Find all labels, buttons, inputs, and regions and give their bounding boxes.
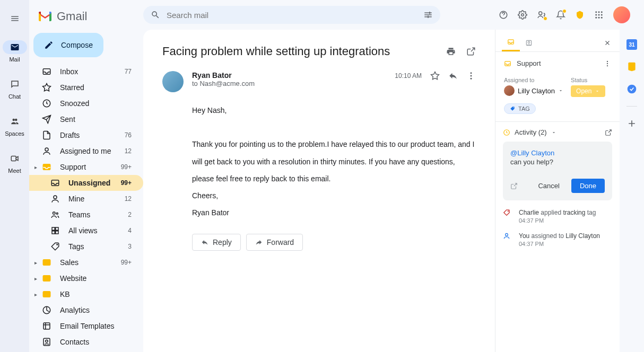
comment-text: can you help? [510,158,605,166]
activity-actor: Charlie [519,209,539,216]
keep-app-icon[interactable] [626,61,637,72]
status-value: Open [576,87,591,95]
svg-point-40 [528,41,530,43]
svg-point-35 [471,72,472,74]
nav-item-website[interactable]: ▸Website [29,270,143,286]
panel-tab-contact[interactable] [520,35,538,51]
more-icon[interactable] [466,71,476,81]
nav-item-contacts[interactable]: Contacts [29,334,143,350]
reply-icon[interactable] [448,71,458,81]
nav-item-starred[interactable]: Starred [29,80,143,95]
calendar-app-icon[interactable]: 31 [626,39,637,50]
settings-icon[interactable] [518,10,527,20]
hamburger-menu[interactable] [6,10,24,28]
status-selector[interactable]: Open [571,85,605,97]
apps-icon[interactable] [594,10,604,20]
nav-count: 12 [125,147,135,155]
nav-item-sent[interactable]: Sent [29,111,143,127]
rail-meet[interactable]: Meet [1,149,29,176]
nav-label: Contacts [60,338,135,346]
print-icon[interactable] [446,47,456,56]
panel-tab-inbox[interactable] [502,34,520,51]
nav-icon [42,83,53,92]
inbox-tab-icon [507,38,515,46]
activity-object: tracking [563,209,585,216]
rail-mail[interactable]: Mail [1,38,29,65]
shield-icon[interactable] [575,10,585,20]
panel-title: Support [517,59,598,67]
search-input[interactable] [167,11,417,20]
nav-item-inbox[interactable]: Inbox77 [29,64,143,80]
nav-icon [42,67,53,76]
svg-point-28 [601,11,603,13]
nav-icon [42,115,53,124]
nav-item-kb[interactable]: ▸KB [29,286,143,302]
nav-label: KB [60,290,135,298]
tag-label: TAG [518,105,530,112]
panel-more-icon[interactable] [604,60,611,67]
bell-icon[interactable] [556,10,565,20]
cancel-button[interactable]: Cancel [533,179,564,193]
activity-verb: assigned to [532,232,564,240]
panel-close-icon[interactable] [602,37,613,49]
people-icon[interactable] [537,10,546,20]
assignee-selector[interactable]: Lilly Clayton [504,85,563,96]
tune-icon[interactable] [423,10,433,20]
done-button[interactable]: Done [571,179,605,193]
nav-count: 4 [128,227,135,234]
left-rail: Mail Chat Spaces Meet [0,0,29,352]
account-avatar[interactable] [613,6,630,23]
help-icon[interactable] [499,10,508,20]
nav-icon [42,130,53,140]
nav-label: Sales [60,258,121,267]
nav-label: Drafts [60,131,125,139]
nav-item-sales[interactable]: ▸Sales99+ [29,254,143,270]
activity-label: Activity (2) [515,128,547,136]
star-icon[interactable] [430,71,440,81]
sender-avatar [162,71,184,92]
nav-label: Assigned to me [60,147,125,155]
person-activity-icon [503,232,510,240]
nav-item-all-views[interactable]: All views4 [29,223,143,239]
nav-item-chat-templates[interactable]: Chat Templates [29,350,143,352]
assignee-name: Lilly Clayton [518,87,555,95]
nav-item-teams[interactable]: Teams2 [29,207,143,223]
rail-spaces[interactable]: Spaces [1,112,29,139]
activity-object: Lilly Clayton [565,232,600,240]
chevron-down-icon[interactable] [551,130,556,135]
nav-icon [50,210,61,219]
nav-icon [50,226,61,235]
activity-popout-icon[interactable] [605,129,612,136]
chat-icon [10,80,20,89]
svg-point-29 [595,14,597,16]
reply-button[interactable]: Reply [192,234,241,251]
comment-popout-icon[interactable] [510,182,518,190]
tag-chip[interactable]: TAG [504,103,536,114]
nav-label: Support [60,163,121,171]
nav-item-snoozed[interactable]: Snoozed [29,95,143,111]
search-bar[interactable] [143,6,440,24]
gmail-logo[interactable]: Gmail [29,4,143,31]
compose-button[interactable]: Compose [33,33,103,57]
nav-item-tags[interactable]: Tags3 [29,239,143,254]
svg-rect-11 [52,227,55,230]
nav-item-email-templates[interactable]: Email Templates [29,318,143,334]
nav-item-drafts[interactable]: Drafts76 [29,127,143,143]
tasks-app-icon[interactable] [626,84,637,94]
activity-verb: applied [541,209,561,216]
add-app-icon[interactable] [626,118,637,129]
tag-icon [510,106,515,111]
nav-item-assigned-to-me[interactable]: Assigned to me12 [29,143,143,159]
nav-item-support[interactable]: ▸Support99+ [29,159,143,175]
nav-item-unassigned[interactable]: Unassigned99+ [29,175,143,191]
nav-item-mine[interactable]: Mine12 [29,191,143,207]
popout-icon[interactable] [466,47,476,56]
svg-point-32 [595,17,597,19]
nav-item-analytics[interactable]: Analytics [29,302,143,318]
svg-rect-20 [43,323,50,329]
rail-chat[interactable]: Chat [1,75,29,102]
forward-button[interactable]: Forward [246,234,303,251]
nav-label: Mine [68,195,125,203]
sender-to: to Nash@acme.com [192,80,386,87]
email-panel: Facing problem while setting up integrat… [143,30,495,352]
